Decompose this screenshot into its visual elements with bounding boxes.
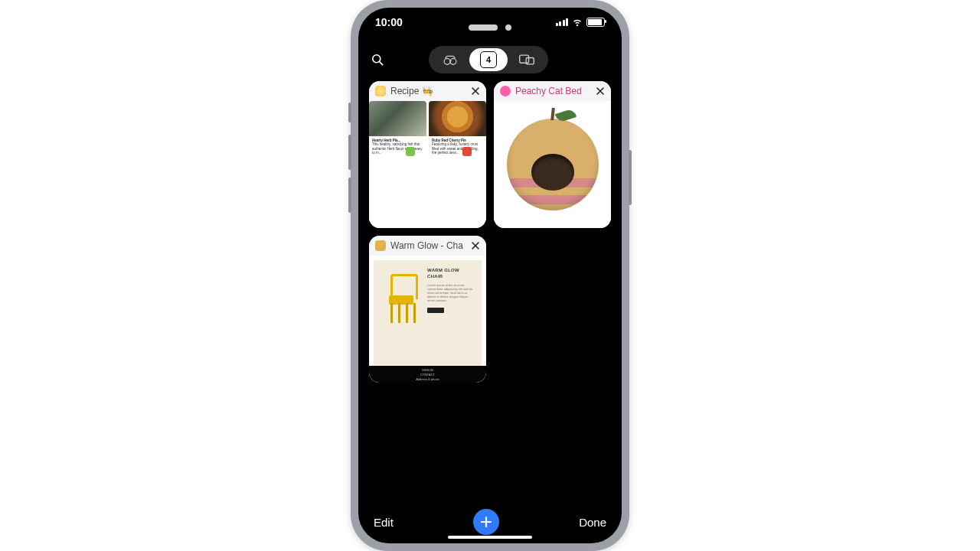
tab-preview: Hearty Herb Pla... This healthy, satisfy…	[369, 101, 486, 228]
side-button-volume-up	[348, 135, 351, 170]
tab-groups-button[interactable]	[508, 48, 546, 71]
home-indicator[interactable]	[448, 536, 532, 539]
tab-card[interactable]: Recipe 🧑‍🍳 Hearty Herb Pla... This he	[369, 81, 486, 228]
tab-group-segmented: 4	[429, 46, 548, 73]
cellular-icon	[556, 18, 569, 26]
badge-icon	[462, 147, 472, 156]
tab-card[interactable]: Peachy Cat Bed	[494, 81, 611, 228]
tab-count-badge: 4	[480, 51, 497, 68]
side-button-power	[629, 150, 632, 205]
tab-card[interactable]: Warm Glow - Cha	[369, 236, 486, 383]
private-tabs-button[interactable]	[431, 48, 469, 71]
top-controls: 4	[358, 44, 622, 75]
tab-title: Peachy Cat Bed	[515, 86, 590, 96]
status-time: 10:00	[375, 16, 403, 28]
close-tab-button[interactable]	[469, 85, 482, 97]
close-tab-button[interactable]	[594, 85, 606, 97]
tab-title: Recipe 🧑‍🍳	[390, 86, 465, 96]
phone-frame: 10:00 4	[351, 0, 629, 551]
side-button-silence	[348, 103, 351, 122]
screen: 10:00 4	[358, 8, 622, 543]
svg-point-3	[450, 58, 456, 64]
buy-button	[427, 308, 444, 313]
favicon-icon	[500, 86, 511, 96]
done-button[interactable]: Done	[579, 516, 606, 529]
svg-rect-4	[520, 55, 529, 63]
svg-line-1	[380, 62, 383, 65]
status-bar: 10:00	[358, 8, 622, 37]
tab-preview: WARM GLOW CHAIR Lorem ipsum dolor sit am…	[369, 256, 486, 383]
favicon-icon	[375, 240, 386, 251]
edit-button[interactable]: Edit	[374, 516, 394, 529]
tab-title: Warm Glow - Cha	[390, 240, 465, 251]
product-image	[384, 272, 418, 317]
badge-icon	[406, 147, 415, 156]
side-button-volume-down	[348, 178, 351, 213]
svg-point-2	[444, 58, 450, 64]
tab-grid: Recipe 🧑‍🍳 Hearty Herb Pla... This he	[369, 81, 611, 500]
new-tab-button[interactable]	[473, 509, 499, 535]
open-tabs-button[interactable]: 4	[469, 48, 508, 71]
tab-preview	[494, 101, 611, 228]
wifi-icon	[572, 18, 583, 26]
svg-point-0	[373, 55, 381, 63]
product-image	[507, 119, 599, 210]
search-button[interactable]	[363, 52, 392, 67]
favicon-icon	[375, 86, 386, 96]
battery-icon	[586, 18, 605, 27]
close-tab-button[interactable]	[469, 240, 482, 252]
